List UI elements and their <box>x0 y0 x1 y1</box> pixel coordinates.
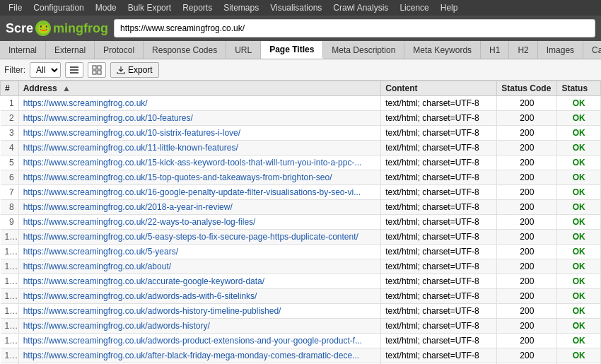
tab-meta-description[interactable]: Meta Description <box>323 41 404 59</box>
svg-rect-0 <box>70 66 78 68</box>
tab-url[interactable]: URL <box>226 41 261 59</box>
cell-address[interactable]: https://www.screamingfrog.co.uk/15-top-q… <box>18 170 381 185</box>
table-row[interactable]: 16 https://www.screamingfrog.co.uk/adwor… <box>1 319 601 334</box>
svg-rect-3 <box>93 66 96 69</box>
tab-canonicals[interactable]: Canonicals <box>583 41 601 59</box>
cell-num: 7 <box>1 185 19 200</box>
cell-address[interactable]: https://www.screamingfrog.co.uk/16-googl… <box>18 185 381 200</box>
tab-meta-keywords[interactable]: Meta Keywords <box>404 41 481 59</box>
cell-status: OK <box>557 141 601 155</box>
cell-num: 16 <box>1 319 19 334</box>
cell-content: text/html; charset=UTF-8 <box>381 274 497 289</box>
table-body: 1 https://www.screamingfrog.co.uk/ text/… <box>1 96 601 365</box>
cell-status: OK <box>557 348 601 363</box>
menu-licence[interactable]: Licence <box>394 1 434 14</box>
table-row[interactable]: 8 https://www.screamingfrog.co.uk/2018-a… <box>1 200 601 215</box>
menu-bulk-export[interactable]: Bulk Export <box>122 1 177 14</box>
cell-content: text/html; charset=UTF-8 <box>381 185 497 200</box>
cell-address[interactable]: https://www.screamingfrog.co.uk/ <box>18 96 381 111</box>
header-content[interactable]: Content <box>381 81 497 96</box>
cell-address[interactable]: https://www.screamingfrog.co.uk/adwords-… <box>18 289 381 304</box>
table-row[interactable]: 4 https://www.screamingfrog.co.uk/11-lit… <box>1 141 601 155</box>
menu-crawl-analysis[interactable]: Crawl Analysis <box>327 1 394 14</box>
table-row[interactable]: 3 https://www.screamingfrog.co.uk/10-sis… <box>1 126 601 141</box>
table-row[interactable]: 12 https://www.screamingfrog.co.uk/about… <box>1 259 601 274</box>
cell-num: 5 <box>1 155 19 170</box>
cell-address[interactable]: https://www.screamingfrog.co.uk/11-littl… <box>18 141 381 155</box>
url-input[interactable] <box>114 19 595 37</box>
table-row[interactable]: 7 https://www.screamingfrog.co.uk/16-goo… <box>1 185 601 200</box>
filter-select[interactable]: All <box>30 62 61 78</box>
header-status-code[interactable]: Status Code <box>497 81 557 96</box>
filter-bar: Filter: All Export <box>0 59 601 81</box>
cell-address[interactable]: https://www.screamingfrog.co.uk/5-easy-s… <box>18 230 381 245</box>
cell-status-code: 200 <box>497 274 557 289</box>
detail-view-button[interactable] <box>88 62 106 78</box>
cell-address[interactable]: https://www.screamingfrog.co.uk/about/ <box>18 259 381 274</box>
tab-images[interactable]: Images <box>538 41 583 59</box>
export-button[interactable]: Export <box>110 62 159 78</box>
cell-status: OK <box>557 170 601 185</box>
header-address[interactable]: Address ▲ <box>18 81 381 96</box>
header-status[interactable]: Status <box>557 81 601 96</box>
list-view-button[interactable] <box>65 62 83 78</box>
tab-h2[interactable]: H2 <box>509 41 537 59</box>
cell-status: OK <box>557 111 601 126</box>
cell-num: 18 <box>1 348 19 363</box>
tab-response-codes[interactable]: Response Codes <box>144 41 226 59</box>
cell-address[interactable]: https://www.screamingfrog.co.uk/2018-a-y… <box>18 200 381 215</box>
cell-status: OK <box>557 274 601 289</box>
menu-file[interactable]: File <box>3 1 28 14</box>
table-row[interactable]: 18 https://www.screamingfrog.co.uk/after… <box>1 348 601 363</box>
table-row[interactable]: 13 https://www.screamingfrog.co.uk/accur… <box>1 274 601 289</box>
tab-protocol[interactable]: Protocol <box>95 41 144 59</box>
menu-sitemaps[interactable]: Sitemaps <box>218 1 264 14</box>
table-row[interactable]: 1 https://www.screamingfrog.co.uk/ text/… <box>1 96 601 111</box>
cell-content: text/html; charset=UTF-8 <box>381 334 497 348</box>
cell-content: text/html; charset=UTF-8 <box>381 96 497 111</box>
table-row[interactable]: 9 https://www.screamingfrog.co.uk/22-way… <box>1 215 601 230</box>
cell-status: OK <box>557 289 601 304</box>
export-icon <box>117 66 125 74</box>
menu-bar: File Configuration Mode Bulk Export Repo… <box>0 0 601 16</box>
tab-external[interactable]: External <box>46 41 95 59</box>
cell-status-code: 200 <box>497 289 557 304</box>
cell-status-code: 200 <box>497 96 557 111</box>
cell-address[interactable]: https://www.screamingfrog.co.uk/adwords-… <box>18 334 381 348</box>
table-row[interactable]: 15 https://www.screamingfrog.co.uk/adwor… <box>1 304 601 319</box>
cell-status: OK <box>557 200 601 215</box>
tab-h1[interactable]: H1 <box>481 41 509 59</box>
cell-address[interactable]: https://www.screamingfrog.co.uk/accurate… <box>18 274 381 289</box>
table-row[interactable]: 5 https://www.screamingfrog.co.uk/15-kic… <box>1 155 601 170</box>
cell-address[interactable]: https://www.screamingfrog.co.uk/10-sistr… <box>18 126 381 141</box>
table-row[interactable]: 2 https://www.screamingfrog.co.uk/10-fea… <box>1 111 601 126</box>
cell-address[interactable]: https://www.screamingfrog.co.uk/10-featu… <box>18 111 381 126</box>
menu-visualisations[interactable]: Visualisations <box>264 1 327 14</box>
cell-status: OK <box>557 334 601 348</box>
cell-address[interactable]: https://www.screamingfrog.co.uk/22-ways-… <box>18 215 381 230</box>
tab-page-titles[interactable]: Page Titles <box>261 41 323 59</box>
menu-help[interactable]: Help <box>435 1 464 14</box>
menu-reports[interactable]: Reports <box>177 1 218 14</box>
cell-address[interactable]: https://www.screamingfrog.co.uk/after-bl… <box>18 348 381 363</box>
table-row[interactable]: 11 https://www.screamingfrog.co.uk/5-yea… <box>1 245 601 259</box>
svg-rect-1 <box>70 69 78 71</box>
cell-num: 11 <box>1 245 19 259</box>
cell-address[interactable]: https://www.screamingfrog.co.uk/15-kick-… <box>18 155 381 170</box>
table-row[interactable]: 17 https://www.screamingfrog.co.uk/adwor… <box>1 334 601 348</box>
cell-content: text/html; charset=UTF-8 <box>381 155 497 170</box>
cell-status-code: 200 <box>497 126 557 141</box>
table-row[interactable]: 6 https://www.screamingfrog.co.uk/15-top… <box>1 170 601 185</box>
table-row[interactable]: 14 https://www.screamingfrog.co.uk/adwor… <box>1 289 601 304</box>
cell-status: OK <box>557 245 601 259</box>
cell-status-code: 200 <box>497 259 557 274</box>
cell-content: text/html; charset=UTF-8 <box>381 230 497 245</box>
cell-address[interactable]: https://www.screamingfrog.co.uk/5-years/ <box>18 245 381 259</box>
cell-address[interactable]: https://www.screamingfrog.co.uk/adwords-… <box>18 304 381 319</box>
cell-address[interactable]: https://www.screamingfrog.co.uk/adwords-… <box>18 319 381 334</box>
table-row[interactable]: 10 https://www.screamingfrog.co.uk/5-eas… <box>1 230 601 245</box>
menu-mode[interactable]: Mode <box>90 1 122 14</box>
menu-configuration[interactable]: Configuration <box>28 1 89 14</box>
cell-num: 14 <box>1 289 19 304</box>
tab-internal[interactable]: Internal <box>0 41 46 59</box>
